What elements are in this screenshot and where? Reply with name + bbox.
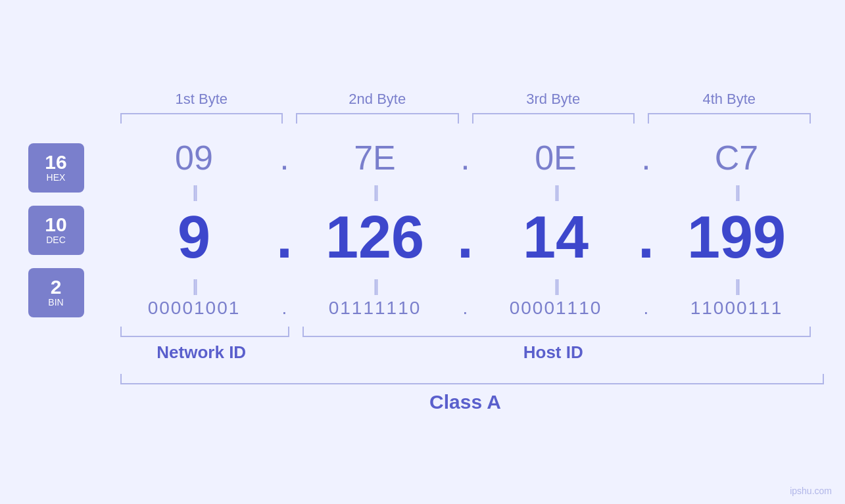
byte-header-3: 3rd Byte — [466, 91, 642, 108]
bin-val-1: 00001001 — [120, 298, 268, 319]
sep1-4: || — [663, 182, 811, 202]
hex-dot-3: . — [630, 138, 663, 177]
hex-badge: 16 HEX — [28, 143, 84, 193]
sep2-1: || — [120, 276, 268, 296]
sep1-1: || — [120, 182, 268, 202]
sep1-3: || — [482, 182, 630, 202]
hex-dot-2: . — [449, 138, 482, 177]
dec-val-4: 199 — [663, 204, 811, 271]
byte-header-1: 1st Byte — [114, 91, 290, 108]
bottom-brackets — [114, 325, 817, 337]
top-brackets — [28, 113, 817, 125]
dec-dot-2: . — [449, 204, 482, 271]
separator-row-2: || || || || — [114, 275, 817, 298]
values-grid: 09 . 7E . 0E . C7 — [114, 138, 817, 322]
top-bracket-1 — [120, 113, 283, 125]
bin-val-3: 00001110 — [482, 298, 630, 319]
hex-val-2: 7E — [301, 138, 449, 177]
sep2-4: || — [663, 276, 811, 296]
id-labels-row: Network ID Host ID — [114, 342, 817, 363]
hex-val-1: 09 — [120, 138, 268, 177]
dec-dot-3: . — [630, 204, 663, 271]
dec-val-2: 126 — [301, 204, 449, 271]
separator-row-1: || || || || — [114, 181, 817, 204]
host-id-label: Host ID — [289, 342, 817, 363]
bin-val-2: 01111110 — [301, 298, 449, 319]
sep2-2: || — [301, 276, 449, 296]
dec-row: 9 . 126 . 14 . 199 — [114, 204, 817, 271]
dec-val-1: 9 — [120, 204, 268, 271]
byte-header-2: 2nd Byte — [289, 91, 466, 108]
hex-dot-1: . — [268, 138, 301, 177]
network-id-bracket — [120, 325, 290, 337]
dec-val-3: 14 — [482, 204, 630, 271]
class-a-bracket — [120, 373, 824, 384]
main-container: 1st Byte 2nd Byte 3rd Byte 4th Byte 16 H… — [28, 91, 817, 413]
network-id-label: Network ID — [114, 342, 290, 363]
hex-val-4: C7 — [663, 138, 811, 177]
bin-dot-1: . — [268, 298, 301, 319]
bin-val-4: 11000111 — [663, 298, 811, 319]
dec-dot-1: . — [268, 204, 301, 271]
top-bracket-2 — [296, 113, 459, 125]
bin-row: 00001001 . 01111110 . 00001110 . — [114, 298, 817, 319]
bin-badge: 2 BIN — [28, 268, 84, 317]
content-area: 16 HEX 10 DEC 2 BIN 09 . — [28, 138, 817, 322]
bin-dot-3: . — [630, 298, 663, 319]
bottom-section: Network ID Host ID — [28, 325, 817, 363]
bin-dot-2: . — [449, 298, 482, 319]
class-section: Class A — [28, 373, 817, 413]
hex-val-3: 0E — [482, 138, 630, 177]
sep1-2: || — [301, 182, 449, 202]
hex-row: 09 . 7E . 0E . C7 — [114, 138, 817, 177]
watermark: ipshu.com — [790, 486, 832, 496]
byte-headers: 1st Byte 2nd Byte 3rd Byte 4th Byte — [28, 91, 817, 108]
host-id-bracket — [302, 325, 811, 337]
top-bracket-4 — [648, 113, 811, 125]
top-bracket-3 — [472, 113, 635, 125]
byte-header-4: 4th Byte — [641, 91, 817, 108]
class-a-label: Class A — [114, 391, 817, 413]
base-labels: 16 HEX 10 DEC 2 BIN — [28, 143, 101, 317]
dec-badge: 10 DEC — [28, 206, 84, 255]
sep2-3: || — [482, 276, 630, 296]
